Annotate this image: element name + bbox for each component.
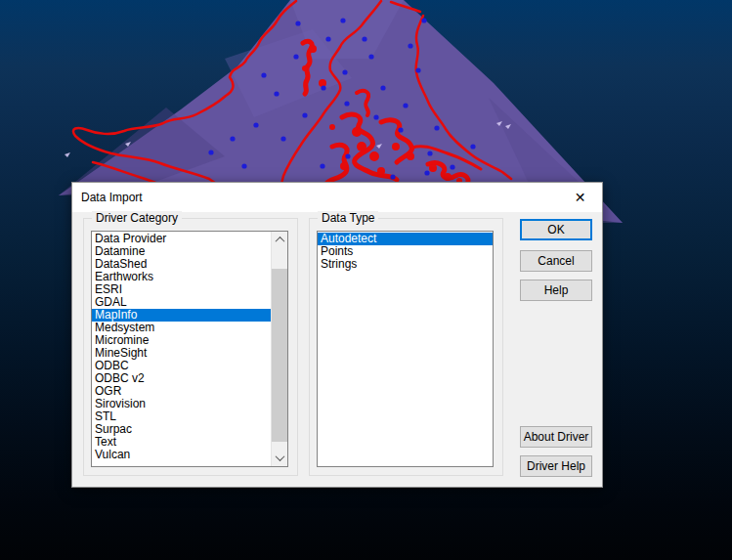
scroll-up-icon[interactable]	[272, 232, 287, 248]
scroll-down-icon[interactable]	[272, 450, 287, 466]
data-import-dialog: Data Import ✕ Driver Category Data Provi…	[71, 182, 603, 488]
data-type-listbox[interactable]: AutodetectPointsStrings	[317, 231, 494, 467]
viewport-background: Data Import ✕ Driver Category Data Provi…	[0, 0, 732, 560]
dialog-titlebar[interactable]: Data Import ✕	[72, 183, 602, 212]
about-driver-button[interactable]: About Driver	[520, 426, 592, 448]
ok-button[interactable]: OK	[520, 219, 592, 240]
dialog-title: Data Import	[81, 191, 143, 204]
driver-help-button[interactable]: Driver Help	[520, 455, 592, 477]
help-button[interactable]: Help	[520, 280, 592, 301]
chevron-down-icon	[275, 452, 284, 461]
chevron-up-icon	[275, 237, 284, 246]
driver-category-label: Driver Category	[92, 211, 182, 225]
driver-list-scrollbar[interactable]	[271, 232, 287, 466]
data-type-label: Data Type	[318, 211, 378, 225]
driver-category-items: Data ProviderDatamineDataShedEarthworksE…	[92, 233, 271, 466]
list-item-vulcan[interactable]: Vulcan	[92, 449, 271, 461]
list-item-strings[interactable]: Strings	[318, 258, 493, 271]
cancel-button[interactable]: Cancel	[520, 250, 592, 272]
scrollbar-thumb[interactable]	[272, 269, 287, 442]
list-item-surpac[interactable]: Surpac	[92, 423, 271, 436]
close-icon[interactable]: ✕	[558, 183, 602, 211]
driver-category-listbox[interactable]: Data ProviderDatamineDataShedEarthworksE…	[91, 231, 288, 467]
data-type-items: AutodetectPointsStrings	[318, 233, 493, 466]
list-item-sirovision[interactable]: Sirovision	[92, 398, 271, 410]
